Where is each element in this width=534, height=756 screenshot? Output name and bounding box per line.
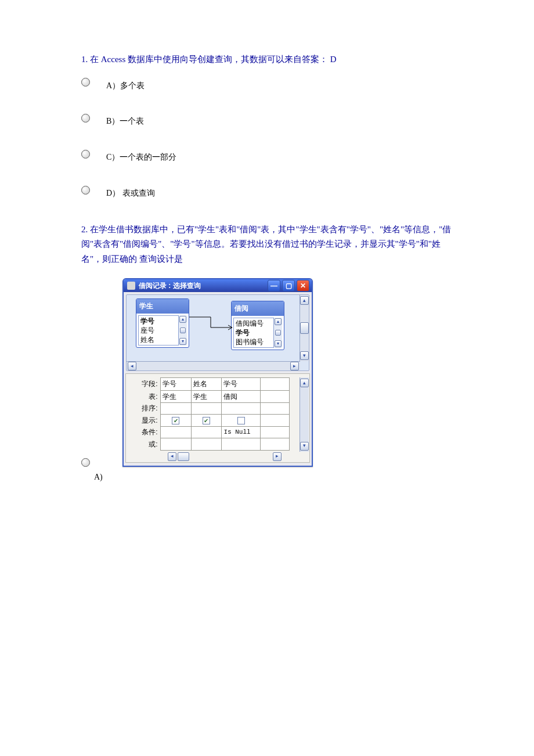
- row-show: 显示:: [139, 415, 290, 426]
- upper-vscrollbar[interactable]: ▴▾: [300, 295, 309, 361]
- cell-cond-c2[interactable]: [191, 426, 222, 438]
- cell-field-c3[interactable]: 学号: [222, 378, 261, 390]
- checkbox-c1[interactable]: [172, 417, 179, 424]
- maximize-button[interactable]: ▢: [282, 280, 295, 291]
- cell-sort-c2[interactable]: [191, 402, 222, 414]
- question-2-text: 2. 在学生借书数据库中，已有"学生"表和"借阅"表，其中"学生"表含有"学号"…: [81, 222, 453, 267]
- row-label-or: 或:: [139, 438, 160, 450]
- row-label-sort: 排序:: [139, 402, 160, 414]
- radio-q1-d[interactable]: [81, 186, 90, 195]
- cell-table-c2[interactable]: 学生: [191, 390, 222, 402]
- radio-q2-a[interactable]: [81, 458, 90, 467]
- design-grid: 字段: 学号 姓名 学号 表: 学生 学生 借阅 排序:: [139, 377, 290, 450]
- row-label-field: 字段:: [139, 378, 160, 390]
- row-sort: 排序:: [139, 402, 290, 414]
- cell-show-c1[interactable]: [160, 415, 191, 426]
- cell-sort-c4[interactable]: [261, 402, 290, 414]
- app-icon: [127, 282, 135, 290]
- cell-cond-c4[interactable]: [261, 426, 290, 438]
- cell-or-c2[interactable]: [191, 438, 222, 450]
- row-or: 或:: [139, 438, 290, 450]
- row-table: 表: 学生 学生 借阅: [139, 390, 290, 402]
- cell-cond-c1[interactable]: [160, 426, 191, 438]
- relationship-pane: 学生 学号 座号 姓名 ▴▾ 借阅: [126, 294, 309, 371]
- option-q2-a-label: A): [94, 470, 453, 484]
- cell-show-c3[interactable]: [222, 415, 261, 426]
- cell-field-c1[interactable]: 学号: [160, 378, 191, 390]
- option-q1-a-label: A）多个表: [106, 79, 145, 93]
- grid-vscrollbar[interactable]: ▴▾: [300, 377, 309, 451]
- access-query-window: 借阅记录 : 选择查询 — ▢ ✕ 学生 学号 座号 姓名: [122, 278, 313, 466]
- cell-show-c2[interactable]: [191, 415, 222, 426]
- option-q1-d-label: D） 表或查询: [106, 186, 155, 200]
- row-label-cond: 条件:: [139, 426, 160, 438]
- minimize-button[interactable]: —: [268, 280, 280, 291]
- checkbox-c2[interactable]: [203, 417, 210, 424]
- radio-q1-b[interactable]: [81, 114, 90, 123]
- cell-sort-c3[interactable]: [222, 402, 261, 414]
- cell-table-c4[interactable]: [261, 390, 290, 402]
- cell-show-c4[interactable]: [261, 415, 290, 426]
- row-label-table: 表:: [139, 390, 160, 402]
- close-button[interactable]: ✕: [297, 280, 309, 291]
- radio-q1-c[interactable]: [81, 150, 90, 159]
- cell-field-c2[interactable]: 姓名: [191, 378, 222, 390]
- row-label-show: 显示:: [139, 415, 160, 426]
- cell-table-c1[interactable]: 学生: [160, 390, 191, 402]
- radio-q1-a[interactable]: [81, 78, 90, 87]
- window-title: 借阅记录 : 选择查询: [139, 280, 201, 291]
- window-titlebar: 借阅记录 : 选择查询 — ▢ ✕: [124, 279, 312, 292]
- cell-sort-c1[interactable]: [160, 402, 191, 414]
- cell-or-c1[interactable]: [160, 438, 191, 450]
- question-1-text: 1. 在 Access 数据库中使用向导创建查询，其数据可以来自答案： D: [81, 52, 453, 67]
- cell-or-c4[interactable]: [261, 438, 290, 450]
- cell-field-c4[interactable]: [261, 378, 290, 390]
- option-q1-c-label: C）一个表的一部分: [106, 150, 176, 164]
- checkbox-c3[interactable]: [237, 417, 245, 424]
- question-1-options: A）多个表 B）一个表 C）一个表的一部分 D） 表或查询: [81, 79, 453, 200]
- design-grid-pane: 字段: 学号 姓名 学号 表: 学生 学生 借阅 排序:: [125, 373, 310, 462]
- grid-hscrollbar[interactable]: ◂▸: [168, 452, 307, 461]
- cell-or-c3[interactable]: [222, 438, 261, 450]
- cell-cond-c3[interactable]: Is Null: [222, 426, 261, 438]
- cell-table-c3[interactable]: 借阅: [222, 390, 261, 402]
- row-field: 字段: 学号 姓名 学号: [139, 378, 290, 390]
- row-cond: 条件: Is Null: [139, 426, 290, 438]
- upper-hscrollbar[interactable]: ◂▸: [127, 361, 300, 370]
- option-q1-b-label: B）一个表: [106, 114, 144, 128]
